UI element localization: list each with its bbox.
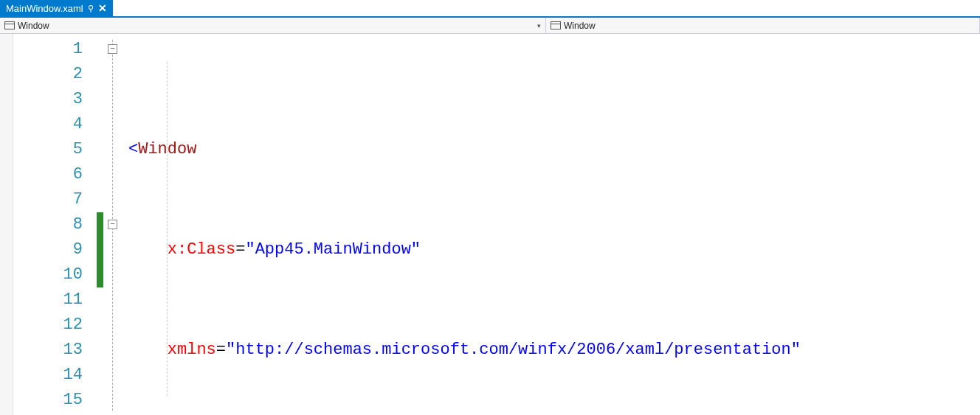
scope-dropdown-right[interactable]: Window — [546, 18, 980, 33]
line-number: 7 — [13, 187, 83, 212]
window-icon — [4, 21, 15, 29]
line-number: 13 — [13, 338, 83, 363]
code-line: xmlns="http://schemas.microsoft.com/winf… — [128, 338, 980, 363]
line-number: 9 — [13, 237, 83, 262]
scope-dropdown-left[interactable]: Window ▾ — [0, 18, 546, 33]
line-number: 8 — [13, 212, 83, 237]
marker-margin — [0, 34, 13, 415]
line-number: 1 — [13, 37, 83, 62]
fold-toggle[interactable]: − — [108, 220, 117, 229]
code-line: x:Class="App45.MainWindow" — [128, 237, 980, 262]
scope-left-label: Window — [18, 21, 49, 31]
change-indicator — [97, 212, 103, 287]
code-editor[interactable]: 1 2 3 4 5 6 7 8 9 10 11 12 13 14 15 − − … — [0, 34, 980, 415]
pin-icon[interactable]: ⚲ — [88, 4, 94, 13]
code-line: <Window — [128, 137, 980, 162]
change-margin — [96, 34, 106, 415]
line-number: 14 — [13, 363, 83, 388]
line-number-gutter: 1 2 3 4 5 6 7 8 9 10 11 12 13 14 15 — [13, 34, 96, 415]
indent-guide — [167, 62, 168, 396]
code-area[interactable]: <Window x:Class="App45.MainWindow" xmlns… — [128, 34, 980, 415]
navigation-bar: Window ▾ Window — [0, 18, 980, 34]
line-number: 11 — [13, 287, 83, 313]
window-icon — [551, 21, 561, 29]
line-number: 6 — [13, 162, 83, 187]
line-number: 12 — [13, 313, 83, 338]
line-number: 2 — [13, 62, 83, 87]
chevron-down-icon: ▾ — [537, 22, 541, 29]
fold-toggle[interactable]: − — [108, 44, 117, 54]
line-number: 3 — [13, 87, 83, 112]
close-icon[interactable]: ✕ — [98, 2, 107, 14]
line-number: 4 — [13, 112, 83, 137]
line-number: 15 — [13, 388, 83, 413]
tab-bar: MainWindow.xaml ⚲ ✕ — [0, 0, 980, 18]
outlining-margin: − − — [106, 34, 128, 415]
tab-title: MainWindow.xaml — [6, 3, 83, 14]
line-number: 10 — [13, 262, 83, 287]
scope-right-label: Window — [564, 21, 596, 31]
tab-active[interactable]: MainWindow.xaml ⚲ ✕ — [0, 0, 113, 16]
line-number: 5 — [13, 137, 83, 162]
